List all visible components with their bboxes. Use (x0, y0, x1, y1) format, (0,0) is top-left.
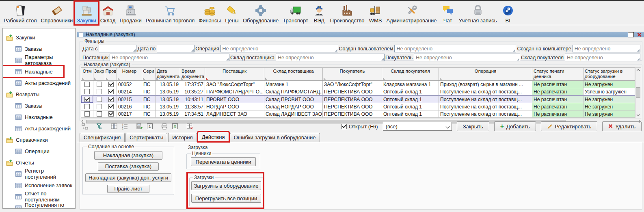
column-header-buyer-warehouse[interactable]: Склад покупателя (382, 68, 439, 80)
approved-checkbox[interactable] (108, 82, 114, 87)
tree-item-discrepancy-acts[interactable]: Акты расхождений (3, 77, 75, 89)
toolbar-item-bi[interactable]: BI (499, 2, 517, 24)
hierarchy-icon[interactable] (80, 122, 89, 130)
reprint-pricetags-button[interactable]: Перепечатать ценники (191, 157, 256, 166)
tree-item-orders[interactable]: Заказы (3, 43, 75, 54)
toolbar-item-warehouse[interactable]: Склад (98, 2, 118, 24)
marked-checkbox[interactable] (84, 82, 90, 87)
tree-group-purchases[interactable]: Закупки (3, 32, 75, 43)
marked-checkbox[interactable] (84, 97, 90, 102)
numbered-list-icon[interactable]: 123 (120, 122, 129, 130)
column-header-approved[interactable]: Пров (105, 68, 117, 80)
approved-checkbox[interactable] (108, 97, 114, 102)
tab-certificates[interactable]: Сертификаты (125, 133, 167, 142)
tree-group-reports[interactable]: Отчеты (3, 157, 75, 168)
load-to-equipment-button[interactable]: Загрузить в оборудование (191, 181, 261, 190)
closed-checkbox[interactable] (97, 97, 102, 102)
toolbar-item-transport[interactable]: Транспорт (281, 2, 310, 24)
status-filter-select[interactable]: (все) (383, 122, 452, 131)
column-header-doc-time[interactable]: Время документа (180, 68, 205, 80)
toolbar-item-prices[interactable]: Цены (223, 2, 241, 24)
created-on-input[interactable]: Не определено (573, 45, 640, 52)
delete-button[interactable]: Удалить (602, 121, 642, 131)
column-header-series[interactable]: Сери (142, 68, 156, 80)
column-header-doc-date[interactable]: Дата документа (156, 68, 180, 80)
date-from-input[interactable] (99, 45, 136, 52)
toolbar-item-purchases[interactable]: Закупки (75, 2, 98, 24)
toolbar-item-finance[interactable]: Финансы (197, 2, 223, 24)
toolbar-item-references[interactable]: Справочники (39, 2, 75, 24)
toolbar-item-account[interactable]: Учётная запись (457, 2, 499, 24)
filter-add-icon[interactable] (95, 122, 104, 130)
tree-item-operations[interactable]: Операции (3, 145, 75, 157)
column-header-operation[interactable]: Операция (439, 68, 532, 80)
toolbar-item-equipment[interactable]: Оборудование (241, 2, 281, 24)
tree-item-return-orders[interactable]: Заказы (3, 100, 75, 111)
supplier-input[interactable]: Не определено (110, 54, 229, 61)
reload-all-positions-button[interactable]: Перегрузить все позиции (191, 194, 261, 203)
toolbar-item-administration[interactable]: Администрирование (385, 2, 439, 24)
table-row-selected[interactable]: 00215 ПС 13.05.19 10:43:11 ПРОВИТ ООО Ск… (81, 95, 635, 103)
toolbar-item-chat[interactable]: Чат (439, 2, 457, 24)
column-header-number[interactable]: Номер (117, 68, 142, 80)
close-button[interactable]: Закрыть (457, 121, 489, 131)
toolbar-item-retail[interactable]: Розничная торговля (144, 2, 197, 24)
tree-item-invoices[interactable]: Накладные (3, 66, 64, 77)
closed-checkbox[interactable] (97, 89, 102, 94)
tree-item-receipts-by-week[interactable]: Поступления по неделям (3, 202, 75, 209)
excel-export-icon[interactable]: X (171, 122, 179, 130)
toolbar-item-production[interactable]: Производство (328, 2, 367, 24)
approved-checkbox[interactable] (108, 89, 114, 94)
closed-checkbox[interactable] (97, 111, 102, 117)
tab-load-errors[interactable]: Ошибки загрузки в оборудование (230, 133, 320, 142)
column-header-supplier[interactable]: Поставщик (205, 68, 264, 80)
scroll-up-icon[interactable] (636, 69, 640, 72)
tree-item-return-acts[interactable]: Акты расхождений (3, 123, 75, 134)
tab-specification[interactable]: Спецификация (80, 133, 125, 142)
open-filter-checkbox[interactable] (341, 124, 347, 129)
edit-button[interactable]: Редактировать (541, 121, 598, 131)
create-invoice-button[interactable]: Накладная (закупка) (94, 151, 162, 160)
create-pricelist-button[interactable]: Прайс-лист (107, 185, 149, 193)
column-header-load-status[interactable]: Статус загрузки в оборудование (583, 68, 635, 80)
supplier-warehouse-input[interactable]: Не определено (276, 54, 385, 61)
column-header-supplier-warehouse[interactable]: Склад поставщика (264, 68, 323, 80)
calculator-add-icon[interactable] (135, 122, 144, 130)
columns-icon[interactable] (110, 122, 119, 130)
scroll-down-icon[interactable] (636, 113, 640, 116)
created-by-input[interactable]: Не определено (394, 45, 516, 52)
tree-item-return-invoices[interactable]: Накладные (3, 111, 75, 123)
tree-group-references[interactable]: Справочники (3, 134, 75, 145)
tree-item-autoorder-params[interactable]: Параметры автозаказа (3, 54, 75, 66)
table-row[interactable]: 00216 ПС 13.05.19 11:38:57 НОРДАР ООО Ск… (81, 103, 635, 110)
vertical-scroll-thumb[interactable] (636, 87, 640, 98)
remove-column-icon[interactable] (185, 122, 194, 130)
table-row[interactable]: 00217 ПС 13.05.19 17:34:51 ЛАДИНВЕСТ ЗАО… (81, 110, 635, 118)
sum-icon[interactable]: Σ (145, 122, 154, 130)
add-button[interactable]: +Добавить (494, 121, 536, 131)
approved-checkbox[interactable] (108, 111, 114, 117)
vertical-scrollbar[interactable] (635, 67, 641, 118)
restore-window-icon[interactable] (628, 32, 634, 37)
closed-checkbox[interactable] (97, 82, 102, 87)
column-header-buyer[interactable]: Покупатель (323, 68, 382, 80)
print-icon[interactable] (160, 122, 169, 130)
marked-checkbox[interactable] (84, 104, 90, 109)
toolbar-item-customs[interactable]: ВЭД (310, 2, 328, 24)
tree-group-returns[interactable]: Возвраты (3, 89, 75, 100)
closed-checkbox[interactable] (97, 104, 102, 109)
date-to-input[interactable] (157, 45, 194, 52)
tab-actions[interactable]: Действия (198, 132, 229, 142)
table-row[interactable]: 00052 ПС 13.05.19 17:37:57 ЗАО "ЛюксСофт… (81, 81, 635, 88)
tree-item-receipts-register[interactable]: Регистр поступлений (3, 168, 75, 180)
create-invoice-services-button[interactable]: Накладная (закупка) доп. услуги (85, 173, 171, 182)
buyer-input[interactable]: Не определено (414, 54, 520, 61)
marked-checkbox[interactable] (84, 89, 90, 94)
toolbar-item-wms[interactable]: WMS (367, 2, 385, 24)
close-window-icon[interactable] (636, 32, 642, 37)
approved-checkbox[interactable] (108, 104, 114, 109)
column-header-print-status[interactable]: Статус печати ценника (532, 68, 583, 80)
column-header-marked[interactable]: Отм (81, 68, 93, 80)
toolbar-item-desktop[interactable]: Рабочий стол (2, 2, 39, 24)
table-row[interactable]: 00214 ПС 13.05.19 10:35:27 ПАРФЮМСТАНДАР… (81, 88, 635, 95)
